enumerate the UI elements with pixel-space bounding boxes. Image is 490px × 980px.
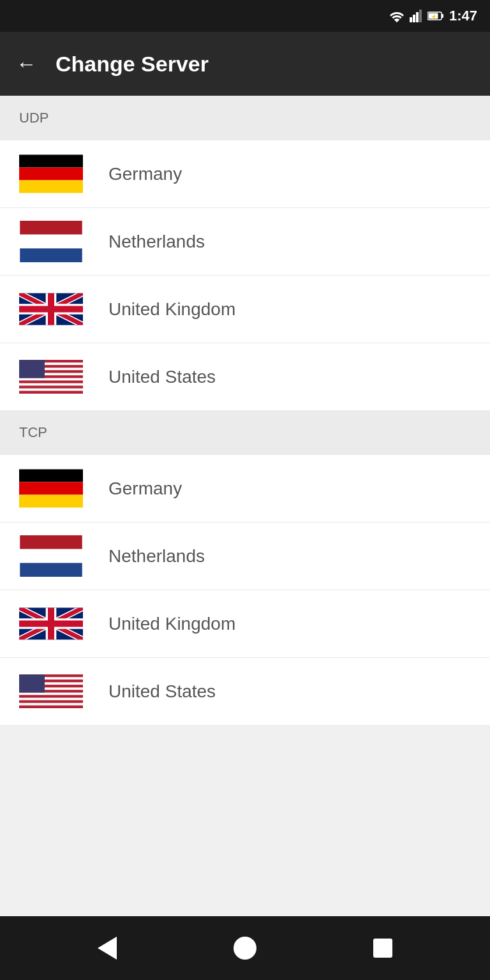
svg-rect-31: [19, 360, 45, 378]
server-name-nl-tcp: Netherlands: [108, 546, 205, 567]
flag-us-udp: [19, 356, 83, 397]
server-name-nl-udp: Netherlands: [108, 232, 205, 252]
svg-rect-13: [20, 248, 82, 262]
svg-rect-25: [19, 378, 83, 381]
svg-rect-35: [20, 535, 82, 549]
wifi-icon: [389, 10, 405, 22]
svg-rect-28: [19, 386, 83, 389]
udp-section-header: UDP: [0, 96, 490, 140]
tcp-section-header: TCP: [0, 410, 490, 455]
nav-home-button[interactable]: [226, 929, 264, 967]
server-item-uk-udp[interactable]: United Kingdom: [0, 276, 490, 343]
svg-rect-32: [19, 470, 83, 482]
server-item-nl-tcp[interactable]: Netherlands: [0, 523, 490, 590]
server-item-nl-udp[interactable]: Netherlands: [0, 208, 490, 276]
svg-rect-8: [19, 155, 83, 168]
svg-rect-50: [19, 698, 83, 701]
flag-us-tcp: [19, 671, 83, 712]
nav-bar: [0, 916, 490, 980]
svg-rect-33: [19, 482, 83, 495]
svg-rect-5: [442, 14, 443, 18]
svg-rect-9: [19, 168, 83, 181]
back-button[interactable]: ←: [16, 52, 36, 76]
svg-rect-3: [419, 10, 422, 22]
server-name-us-udp: United States: [108, 367, 216, 387]
server-item-de-udp[interactable]: Germany: [0, 140, 490, 208]
udp-section: UDP Germany Netherlands: [0, 96, 490, 410]
tcp-section: TCP Germany Netherlands: [0, 410, 490, 725]
server-name-de-tcp: Germany: [108, 479, 182, 499]
svg-rect-36: [20, 549, 82, 563]
tcp-server-list: Germany Netherlands United Kingdom: [0, 455, 490, 725]
server-name-uk-tcp: United Kingdom: [108, 614, 235, 634]
server-item-uk-tcp[interactable]: United Kingdom: [0, 590, 490, 658]
content-spacer: [0, 725, 490, 916]
server-name-uk-udp: United Kingdom: [108, 299, 235, 320]
svg-rect-27: [19, 383, 83, 386]
svg-rect-0: [410, 17, 412, 22]
svg-rect-49: [19, 695, 83, 698]
svg-rect-53: [19, 706, 83, 708]
flag-uk-tcp: [19, 603, 83, 644]
battery-icon: ⚡: [427, 11, 444, 21]
server-name-de-udp: Germany: [108, 164, 182, 184]
status-time: 1:47: [449, 8, 477, 24]
svg-rect-51: [19, 701, 83, 703]
svg-rect-30: [19, 391, 83, 394]
app-header: ← Change Server: [0, 32, 490, 96]
status-bar: ⚡ 1:47: [0, 0, 490, 32]
nav-back-button[interactable]: [88, 929, 126, 967]
svg-rect-52: [19, 703, 83, 706]
svg-rect-11: [20, 221, 82, 235]
page-title: Change Server: [56, 52, 209, 77]
svg-rect-10: [19, 181, 83, 193]
svg-rect-34: [19, 495, 83, 508]
flag-uk-udp: [19, 288, 83, 330]
nav-back-icon: [98, 937, 117, 960]
flag-germany-tcp: [19, 468, 83, 509]
svg-rect-29: [19, 389, 83, 391]
svg-rect-37: [20, 563, 82, 577]
svg-rect-54: [19, 674, 45, 692]
svg-rect-1: [413, 15, 415, 22]
flag-netherlands-tcp: [19, 535, 83, 577]
flag-germany-udp: [19, 153, 83, 195]
svg-text:⚡: ⚡: [431, 13, 437, 20]
svg-rect-26: [19, 381, 83, 383]
server-item-us-udp[interactable]: United States: [0, 343, 490, 410]
nav-recent-icon: [373, 939, 392, 958]
flag-netherlands-udp: [19, 221, 83, 262]
svg-rect-48: [19, 693, 83, 695]
status-icons: ⚡ 1:47: [389, 8, 477, 24]
svg-rect-2: [416, 12, 419, 22]
nav-home-icon: [234, 937, 256, 960]
udp-server-list: Germany Netherlands United Kingdom: [0, 140, 490, 410]
nav-recent-button[interactable]: [364, 929, 402, 967]
svg-rect-12: [20, 235, 82, 249]
server-item-de-tcp[interactable]: Germany: [0, 455, 490, 523]
server-name-us-tcp: United States: [108, 681, 216, 702]
signal-icon: [410, 10, 422, 22]
server-item-us-tcp[interactable]: United States: [0, 658, 490, 725]
